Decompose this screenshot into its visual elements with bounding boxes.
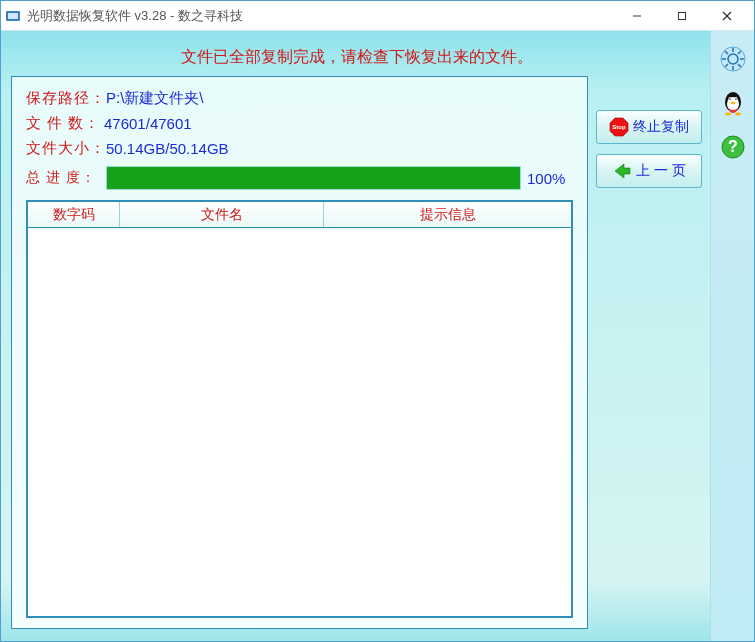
window-controls (614, 2, 750, 30)
file-count-row: 文 件 数： 47601/47601 (26, 114, 573, 133)
arrow-left-icon (612, 161, 632, 181)
client-area: 文件已全部复制完成，请检查下恢复出来的文件。 保存路径： P:\新建文件夹\ 文… (1, 31, 754, 641)
progress-row: 总 进 度： 100% (26, 166, 573, 190)
progress-bar (106, 166, 521, 190)
settings-icon[interactable] (719, 45, 747, 73)
col-code[interactable]: 数字码 (28, 202, 120, 227)
app-window: 光明数据恢复软件 v3.28 - 数之寻科技 文件已全部复制完成，请检查下恢复出… (0, 0, 755, 642)
file-count-value: 47601/47601 (104, 115, 192, 132)
main-area: 文件已全部复制完成，请检查下恢复出来的文件。 保存路径： P:\新建文件夹\ 文… (1, 31, 710, 641)
table-body (28, 228, 571, 616)
right-button-column: Stop 终止复制 上 一 页 (588, 110, 702, 629)
prev-page-button[interactable]: 上 一 页 (596, 154, 702, 188)
col-hint[interactable]: 提示信息 (324, 202, 571, 227)
progress-label: 总 进 度： (26, 169, 104, 187)
result-table: 数字码 文件名 提示信息 (26, 200, 573, 618)
table-header: 数字码 文件名 提示信息 (28, 202, 571, 228)
app-icon (5, 8, 21, 24)
prev-page-label: 上 一 页 (636, 162, 686, 180)
svg-point-26 (735, 113, 741, 116)
stop-copy-label: 终止复制 (633, 118, 689, 136)
side-strip: ? (710, 31, 754, 641)
window-title: 光明数据恢复软件 v3.28 - 数之寻科技 (27, 7, 614, 25)
svg-point-21 (729, 98, 731, 100)
content-row: 保存路径： P:\新建文件夹\ 文 件 数： 47601/47601 文件大小：… (11, 76, 702, 629)
file-size-row: 文件大小： 50.14GB/50.14GB (26, 139, 573, 158)
help-icon[interactable]: ? (719, 133, 747, 161)
stop-icon: Stop (609, 117, 629, 137)
info-panel: 保存路径： P:\新建文件夹\ 文 件 数： 47601/47601 文件大小：… (11, 76, 588, 629)
svg-rect-3 (678, 12, 685, 19)
stop-copy-button[interactable]: Stop 终止复制 (596, 110, 702, 144)
svg-point-25 (725, 113, 731, 116)
save-path-row: 保存路径： P:\新建文件夹\ (26, 89, 573, 108)
svg-point-23 (735, 98, 737, 100)
status-message: 文件已全部复制完成，请检查下恢复出来的文件。 (11, 41, 702, 76)
titlebar: 光明数据恢复软件 v3.28 - 数之寻科技 (1, 1, 754, 31)
save-path-value: P:\新建文件夹\ (106, 89, 204, 108)
svg-text:Stop: Stop (612, 124, 626, 130)
qq-icon[interactable] (719, 89, 747, 117)
progress-percent: 100% (527, 170, 573, 187)
save-path-label: 保存路径： (26, 89, 106, 108)
close-button[interactable] (704, 2, 750, 30)
col-filename[interactable]: 文件名 (120, 202, 324, 227)
svg-rect-1 (8, 13, 18, 19)
maximize-button[interactable] (659, 2, 704, 30)
file-size-label: 文件大小： (26, 139, 106, 158)
svg-text:?: ? (728, 138, 738, 155)
minimize-button[interactable] (614, 2, 659, 30)
file-count-label: 文 件 数： (26, 114, 104, 133)
svg-point-24 (730, 102, 735, 104)
file-size-value: 50.14GB/50.14GB (106, 140, 229, 157)
progress-fill (107, 167, 520, 189)
